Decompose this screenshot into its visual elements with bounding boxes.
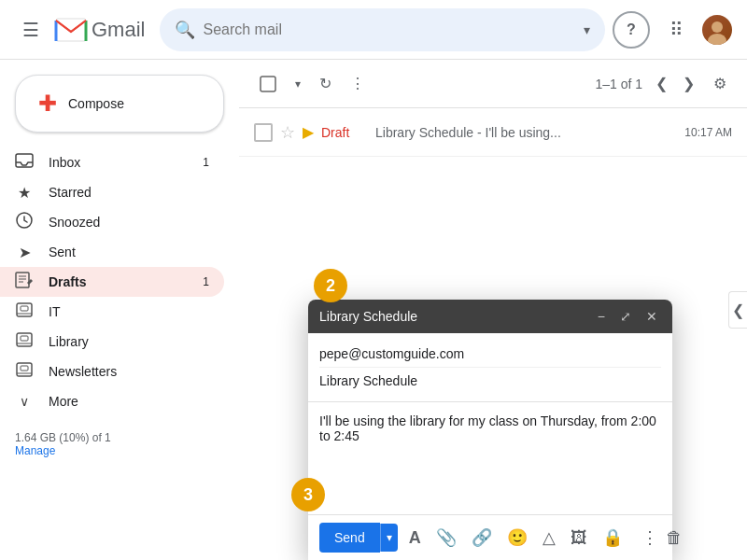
storage-text: 1.64 GB (10%) of 1 [15,431,111,444]
step-2-badge: 2 [314,269,347,302]
email-star-icon[interactable]: ☆ [280,122,295,143]
svg-rect-8 [17,333,32,346]
topbar: ☰ Gmail 🔍 ▾ ? ⠿ [0,0,747,60]
compose-label: Compose [68,96,124,111]
page-nav: ❮ ❯ [650,69,700,98]
compose-title: Library Schedule [319,309,594,324]
svg-rect-11 [21,366,28,371]
more-label: More [49,394,209,409]
starred-icon: ★ [15,184,34,202]
sidebar-item-library[interactable]: Library [0,327,224,357]
gmail-logo-svg [54,13,88,47]
email-important-icon[interactable]: ▶ [303,123,314,141]
sidebar-item-it[interactable]: IT [0,297,224,327]
compose-plus-icon: ✚ [38,91,57,117]
apps-button[interactable]: ⠿ [657,11,695,49]
svg-rect-5 [16,273,29,287]
avatar[interactable] [702,15,732,45]
sidebar-item-sent[interactable]: ➤ Sent [0,237,224,267]
email-checkbox[interactable] [254,123,273,142]
sent-icon: ➤ [15,244,34,261]
table-row[interactable]: ☆ ▶ Draft Library Schedule - I'll be usi… [239,108,747,157]
send-dropdown-button[interactable]: ▾ [380,524,398,552]
minimize-button[interactable]: − [594,307,609,326]
search-bar: 🔍 ▾ [160,8,605,51]
compose-header[interactable]: Library Schedule − ⤢ ✕ [308,300,672,333]
sidebar: ✚ Compose Inbox 1 ★ Starred Snoozed ➤ Se… [0,60,239,560]
inbox-badge: 1 [203,156,209,169]
compose-footer: Send ▾ A 📎 🔗 🙂 △ 🖼 🔒 ⋮ 🗑 [308,514,672,560]
next-page-button[interactable]: ❯ [677,69,700,98]
pagination: 1–1 of 1 ❮ ❯ ⚙ [595,69,732,98]
sidebar-item-snoozed[interactable]: Snoozed [0,207,224,237]
search-input[interactable] [203,21,576,38]
svg-rect-12 [261,77,275,91]
select-dropdown-btn[interactable]: ▾ [289,72,306,96]
draft-label: Draft [321,125,368,140]
svg-rect-6 [17,303,32,316]
sidebar-item-starred[interactable]: ★ Starred [0,177,224,207]
format-bold-icon[interactable]: A [405,525,425,552]
avatar-image [702,15,732,45]
compose-controls: − ⤢ ✕ [594,307,661,326]
sidebar-item-more[interactable]: ∨ More [0,386,224,416]
link-icon[interactable]: 🔗 [468,524,496,552]
select-checkbox[interactable] [254,70,282,98]
send-button[interactable]: Send [319,523,380,553]
close-button[interactable]: ✕ [642,307,661,326]
svg-rect-9 [21,336,28,341]
right-tab[interactable]: ❮ [728,291,747,329]
it-icon [15,301,34,322]
compose-body[interactable]: I'll be using the library for my class o… [308,402,672,514]
compose-subject-field[interactable]: Library Schedule [319,368,661,394]
sent-label: Sent [49,245,209,259]
maximize-button[interactable]: ⤢ [616,307,635,326]
sidebar-item-inbox[interactable]: Inbox 1 [0,147,224,177]
manage-link[interactable]: Manage [15,444,55,457]
search-icon: 🔍 [175,20,195,40]
svg-point-2 [708,34,726,45]
footer-trash-icon[interactable]: 🗑 [666,528,683,548]
email-time: 10:17 AM [684,126,732,139]
compose-button[interactable]: ✚ Compose [15,75,224,133]
settings-button[interactable]: ⚙ [708,69,732,98]
lock-icon[interactable]: 🔒 [599,524,627,552]
more-options-button[interactable]: ⋮ [345,69,371,98]
email-subject: Library Schedule - I'll be using... [375,125,677,140]
drafts-badge: 1 [203,275,209,288]
it-label: IT [49,304,209,319]
photo-icon[interactable]: 🖼 [567,525,591,552]
gmail-wordmark: Gmail [92,18,145,42]
compose-to-field[interactable]: pepe@customguide.com [319,341,661,368]
footer-more-icon[interactable]: ⋮ [641,527,658,548]
drive-icon[interactable]: △ [539,524,559,552]
sidebar-item-newsletters[interactable]: Newsletters [0,357,224,386]
library-icon [15,331,34,352]
search-dropdown-icon[interactable]: ▾ [584,22,590,37]
topbar-right: ? ⠿ [613,11,732,49]
snoozed-label: Snoozed [49,215,209,230]
inbox-icon [15,153,34,172]
library-label: Library [49,334,209,349]
more-chevron-icon: ∨ [15,394,34,409]
newsletters-icon [15,361,34,382]
snoozed-icon [15,212,34,232]
svg-rect-0 [56,19,86,41]
attach-icon[interactable]: 📎 [432,524,460,552]
emoji-icon[interactable]: 🙂 [503,524,531,552]
drafts-label: Drafts [49,274,188,289]
svg-point-1 [712,21,723,33]
gmail-logo: Gmail [54,13,145,47]
prev-page-button[interactable]: ❮ [650,69,673,98]
drafts-icon [15,272,34,292]
sidebar-item-drafts[interactable]: Drafts 1 [0,267,224,297]
compose-window: Library Schedule − ⤢ ✕ pepe@customguide.… [308,300,672,560]
refresh-button[interactable]: ↻ [314,69,337,98]
pagination-text: 1–1 of 1 [595,77,642,91]
send-button-group: Send ▾ [319,523,398,553]
inbox-label: Inbox [49,155,188,170]
help-button[interactable]: ? [613,11,650,49]
svg-rect-7 [21,306,28,311]
storage-info: 1.64 GB (10%) of 1 Manage [0,416,239,472]
menu-icon[interactable]: ☰ [15,11,47,49]
